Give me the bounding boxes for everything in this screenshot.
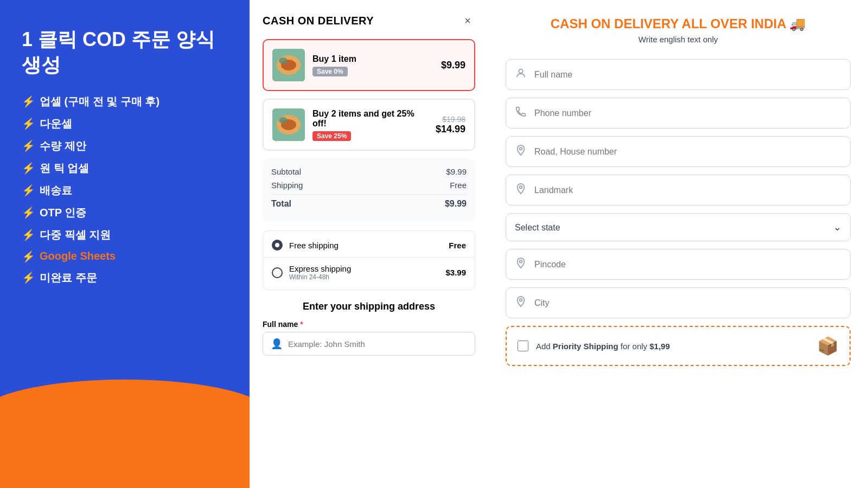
close-button[interactable]: × [460,13,475,28]
feature-label: 수량 제안 [40,139,86,153]
location-icon-city [515,296,527,310]
bolt-icon: ⚡ [22,95,35,108]
bolt-icon: ⚡ [22,206,35,219]
feature-item: ⚡업셀 (구매 전 및 구매 후) [22,94,228,109]
product-price-2: $19.98 $14.99 [436,115,465,135]
feature-label: 원 틱 업셀 [40,161,89,176]
location-icon-road [515,144,527,159]
feature-item: ⚡미완료 주문 [22,271,228,285]
product-info-2: Buy 2 items and get 25% off! Save 25% [312,109,428,141]
feature-label: 다중 픽셀 지원 [40,228,111,242]
shipping-sub-express: Within 24-48h [289,273,439,281]
shipping-price-free: Free [449,241,466,250]
svg-point-3 [279,57,288,64]
right-landmark-field [506,175,851,206]
priority-checkbox[interactable] [518,341,528,351]
state-select[interactable]: Select state Andhra Pradesh Delhi Gujara… [515,223,833,232]
person-icon: 👤 [271,338,283,350]
product-image-2 [272,108,305,141]
product-card-2[interactable]: Buy 2 items and get 25% off! Save 25% $1… [263,99,475,151]
right-landmark-input[interactable] [534,185,841,195]
cod-subtitle: Write english text only [506,35,851,44]
total-row: Total $9.99 [271,194,467,209]
feature-item: ⚡Google Sheets [22,250,228,263]
right-fullname-field [506,59,851,90]
right-road-input[interactable] [534,147,841,157]
right-road-field [506,136,851,167]
feature-list: ⚡업셀 (구매 전 및 구매 후)⚡다운셀⚡수량 제안⚡원 틱 업셀⚡배송료⚡O… [22,94,228,285]
full-name-input[interactable] [288,339,467,349]
bolt-icon: ⚡ [22,139,35,152]
feature-item: ⚡다운셀 [22,117,228,131]
svg-point-11 [520,260,522,263]
priority-shipping-box[interactable]: Add Priority Shipping for only $1,99 📦 [506,326,851,366]
radio-express[interactable] [272,267,283,278]
shipping-row: Shipping Free [271,181,467,190]
bolt-icon: ⚡ [22,184,35,197]
feature-label: OTP 인증 [40,206,86,220]
right-city-field [506,287,851,318]
subtotal-label: Subtotal [271,167,301,176]
shipping-option-express[interactable]: Express shipping Within 24-48h $3.99 [263,257,475,287]
radio-free[interactable] [272,240,283,251]
price-current-1: $9.99 [441,60,465,70]
product-info-1: Buy 1 item Save 0% [312,54,433,76]
bolt-icon: ⚡ [22,117,35,130]
price-current-2: $14.99 [436,124,465,134]
bolt-icon: ⚡ [22,271,35,284]
save-badge-1: Save 0% [312,67,348,76]
shipping-options: Free shipping Free Express shipping With… [263,230,475,290]
feature-item: ⚡다중 픽셀 지원 [22,228,228,242]
left-title: 1 클릭 COD 주문 양식 생성 [22,27,228,78]
feature-label: Google Sheets [40,250,116,262]
total-label: Total [271,199,291,209]
order-summary: Subtotal $9.99 Shipping Free Total $9.99 [263,158,475,222]
total-value: $9.99 [445,199,467,209]
bolt-icon: ⚡ [22,250,35,263]
product-image-1 [272,49,305,81]
full-name-input-wrapper: 👤 [263,332,475,356]
product-name-2: Buy 2 items and get 25% off! [312,109,428,129]
feature-item: ⚡OTP 인증 [22,206,228,220]
modal-header: CASH ON DELIVERY × [263,13,475,28]
right-phone-field [506,98,851,129]
address-section-title: Enter your shipping address [263,301,475,312]
shipping-value: Free [450,181,467,190]
chevron-down-icon: ⌄ [833,221,841,233]
right-phone-input[interactable] [534,108,841,118]
location-icon-landmark [515,183,527,197]
save-badge-2: Save 25% [312,131,351,141]
right-fullname-input[interactable] [534,70,841,80]
right-pincode-field [506,249,851,280]
person-icon-right [515,67,527,82]
feature-item: ⚡수량 제안 [22,139,228,153]
center-panel: CASH ON DELIVERY × Buy 1 item Save 0% $9… [250,0,488,488]
svg-point-8 [519,69,522,73]
price-original-2: $19.98 [436,115,465,124]
shipping-label: Shipping [271,181,303,190]
priority-icon: 📦 [817,336,839,356]
right-pincode-input[interactable] [534,260,841,269]
shipping-name-express: Express shipping [289,264,439,273]
shipping-price-express: $3.99 [445,268,466,277]
bolt-icon: ⚡ [22,228,35,241]
svg-point-7 [279,117,288,124]
product-price-1: $9.99 [441,60,465,71]
cod-title: CASH ON DELIVERY ALL OVER INDIA 🚚 [506,16,851,31]
feature-label: 업셀 (구매 전 및 구매 후) [40,94,159,109]
right-city-input[interactable] [534,298,841,308]
shipping-option-free[interactable]: Free shipping Free [263,233,475,257]
full-name-label: Full name * [263,320,475,329]
bolt-icon: ⚡ [22,162,35,175]
feature-item: ⚡원 틱 업셀 [22,161,228,176]
shipping-label-express: Express shipping Within 24-48h [289,264,439,281]
product-card-1[interactable]: Buy 1 item Save 0% $9.99 [263,39,475,91]
feature-label: 미완료 주문 [40,271,97,285]
svg-point-10 [520,186,522,189]
left-panel: 1 클릭 COD 주문 양식 생성 ⚡업셀 (구매 전 및 구매 후)⚡다운셀⚡… [0,0,250,488]
priority-text: Add Priority Shipping for only $1,99 [536,342,809,351]
shipping-label-free: Free shipping [289,241,442,250]
state-select-wrapper[interactable]: Select state Andhra Pradesh Delhi Gujara… [506,213,851,241]
modal-title: CASH ON DELIVERY [263,15,374,27]
feature-label: 다운셀 [40,117,72,131]
